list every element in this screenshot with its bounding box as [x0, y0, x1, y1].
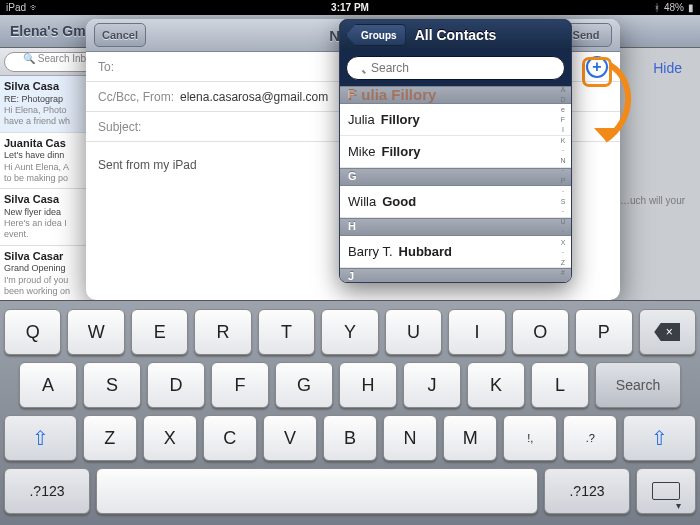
key-y[interactable]: Y [321, 309, 378, 355]
hide-keyboard-icon [652, 482, 680, 500]
to-label: To: [98, 60, 114, 74]
key-g[interactable]: G [275, 362, 333, 408]
key-u[interactable]: U [385, 309, 442, 355]
key-period[interactable]: .? [563, 415, 617, 461]
subject-label: Subject: [98, 120, 141, 134]
battery-icon: ▮ [688, 2, 694, 13]
shift-icon: ⇧ [651, 426, 668, 450]
key-v[interactable]: V [263, 415, 317, 461]
key-n[interactable]: N [383, 415, 437, 461]
key-i[interactable]: I [448, 309, 505, 355]
key-comma[interactable]: !, [503, 415, 557, 461]
section-header: H [340, 218, 571, 236]
key-x[interactable]: X [143, 415, 197, 461]
key-h[interactable]: H [339, 362, 397, 408]
shift-icon: ⇧ [32, 426, 49, 450]
key-space[interactable] [96, 468, 538, 514]
key-w[interactable]: W [67, 309, 124, 355]
key-p[interactable]: P [575, 309, 632, 355]
section-header: J [340, 268, 571, 282]
key-search[interactable]: Search [595, 362, 681, 408]
contacts-list[interactable]: F ulia Fillory F JuliaFillory MikeFillor… [340, 86, 571, 282]
key-e[interactable]: E [131, 309, 188, 355]
contacts-search-input[interactable] [346, 56, 565, 80]
contact-row[interactable]: MikeFillory [340, 136, 571, 168]
contact-row[interactable]: Barry T.Hubbard [340, 236, 571, 268]
key-m[interactable]: M [443, 415, 497, 461]
onscreen-keyboard: Q W E R T Y U I O P A S D F G H J K L Se… [0, 300, 700, 525]
alpha-index[interactable]: ADeFIK·N·P·S·U·X·Z# [557, 84, 569, 278]
key-hide-keyboard[interactable] [636, 468, 696, 514]
key-r[interactable]: R [194, 309, 251, 355]
backspace-icon [654, 323, 680, 341]
wifi-icon: ᯤ [30, 2, 40, 13]
key-shift-left[interactable]: ⇧ [4, 415, 77, 461]
carrier-label: iPad [6, 2, 26, 13]
bluetooth-icon: ᚼ [654, 2, 660, 13]
groups-button[interactable]: Groups [346, 24, 406, 46]
key-t[interactable]: T [258, 309, 315, 355]
key-d[interactable]: D [147, 362, 205, 408]
cancel-button[interactable]: Cancel [94, 23, 146, 47]
contact-row[interactable]: WillaGood [340, 186, 571, 218]
add-contact-button[interactable]: + [586, 56, 608, 78]
key-z[interactable]: Z [83, 415, 137, 461]
key-k[interactable]: K [467, 362, 525, 408]
key-backspace[interactable] [639, 309, 696, 355]
key-c[interactable]: C [203, 415, 257, 461]
ccbcc-label: Cc/Bcc, From: [98, 90, 174, 104]
status-bar: iPad ᯤ 3:17 PM ᚼ 48% ▮ [0, 0, 700, 15]
section-header: G [340, 168, 571, 186]
ghost-text: F ulia Fillory [348, 86, 436, 103]
key-mode-right[interactable]: .?123 [544, 468, 630, 514]
key-a[interactable]: A [19, 362, 77, 408]
hide-keyboard-link[interactable]: Hide [653, 60, 682, 76]
key-j[interactable]: J [403, 362, 461, 408]
from-value: elena.casarosa@gmail.com [180, 90, 328, 104]
popover-title: All Contacts [415, 27, 497, 43]
contact-row[interactable]: JuliaFillory [340, 104, 571, 136]
contacts-popover: Groups All Contacts F ulia Fillory F Jul… [339, 19, 572, 283]
key-shift-right[interactable]: ⇧ [623, 415, 696, 461]
key-o[interactable]: O [512, 309, 569, 355]
key-b[interactable]: S [83, 362, 141, 408]
key-f[interactable]: F [211, 362, 269, 408]
battery-pct: 48% [664, 2, 684, 13]
key-b[interactable]: B [323, 415, 377, 461]
key-q[interactable]: Q [4, 309, 61, 355]
key-l[interactable]: L [531, 362, 589, 408]
key-mode-left[interactable]: .?123 [4, 468, 90, 514]
clock: 3:17 PM [331, 2, 369, 13]
peek-text: …uch will your [620, 195, 690, 206]
